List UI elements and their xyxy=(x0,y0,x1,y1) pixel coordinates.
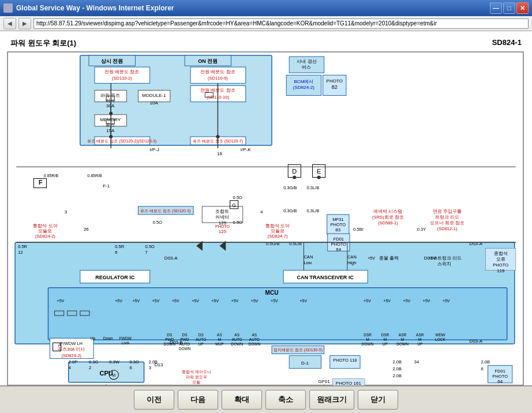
svg-text:스위치: 스위치 xyxy=(437,261,451,266)
svg-text:119: 119 xyxy=(497,268,505,273)
svg-text:+5V: +5V xyxy=(152,299,160,303)
svg-text:0.3G/B: 0.3G/B xyxy=(283,208,297,213)
close-button[interactable]: 닫기 xyxy=(358,390,398,410)
svg-text:Down: Down xyxy=(103,336,113,340)
svg-text:DSR: DSR xyxy=(381,333,389,337)
svg-text:(SD824-2): (SD824-2) xyxy=(293,85,314,90)
svg-text:LOCK: LOCK xyxy=(435,337,445,341)
svg-text:+5V: +5V xyxy=(429,256,436,260)
address-bar: ◀ ▶ xyxy=(0,16,532,31)
svg-text:0.5R: 0.5R xyxy=(18,244,27,249)
zoom-out-button[interactable]: 축소 xyxy=(265,390,306,410)
svg-text:Low: Low xyxy=(304,260,312,265)
svg-text:0.85R/B: 0.85R/B xyxy=(87,174,102,178)
svg-text:(SD589-1): (SD589-1) xyxy=(378,220,398,226)
svg-text:4: 4 xyxy=(260,209,263,215)
svg-text:3: 3 xyxy=(149,365,151,370)
svg-text:종합석: 종합석 xyxy=(494,251,508,256)
minimize-button[interactable]: — xyxy=(490,2,502,14)
svg-text:점지배분도 참조 (SD130-5): 점지배분도 참조 (SD130-5) xyxy=(274,348,323,352)
svg-text:에넥박 시스템: 에넥박 시스템 xyxy=(373,209,402,214)
bottom-toolbar: 이전 다음 확대 축소 원래크기 닫기 xyxy=(0,385,532,413)
svg-text:P/WDW LH: P/WDW LH xyxy=(61,341,83,346)
svg-text:4: 4 xyxy=(69,365,71,370)
maximize-button[interactable]: □ xyxy=(503,2,515,14)
svg-text:DOWN: DOWN xyxy=(179,347,191,351)
content-area: 파워 윈도우 회로(1) SD824-1 상시 전원 ON 전원 BCM에서 (… xyxy=(0,31,532,385)
svg-text:3: 3 xyxy=(65,209,68,215)
svg-text:2.0B: 2.0B xyxy=(392,366,401,371)
svg-text:전원 배분도 참조: 전원 배분도 참조 xyxy=(200,69,235,74)
svg-text:D-1: D-1 xyxy=(301,361,309,366)
svg-text:트렁크 리드: 트렁크 리드 xyxy=(435,215,459,220)
svg-text:+5V: +5V xyxy=(271,299,278,303)
svg-text:6: 6 xyxy=(129,365,132,370)
close-window-button[interactable]: ✕ xyxy=(516,2,529,14)
svg-text:D: D xyxy=(292,168,297,175)
svg-text:CPU: CPU xyxy=(99,370,113,377)
svg-text:AS: AS xyxy=(234,333,239,337)
svg-text:커넥터: 커넥터 xyxy=(216,215,230,220)
diagram-wrapper: 파워 윈도우 회로(1) SD824-1 상시 전원 ON 전원 BCM에서 (… xyxy=(5,36,527,381)
svg-text:F: F xyxy=(39,179,43,186)
svg-text:+5V: +5V xyxy=(383,299,391,303)
svg-point-242 xyxy=(317,175,321,179)
svg-text:26: 26 xyxy=(84,227,89,232)
svg-text:12: 12 xyxy=(18,250,23,255)
svg-text:오류: 오류 xyxy=(496,257,505,262)
svg-text:(SD110-9): (SD110-9) xyxy=(208,76,228,81)
svg-text:파워 윈도우: 파워 윈도우 xyxy=(186,375,207,379)
svg-text:10A: 10A xyxy=(150,100,159,106)
svg-text:버스: 버스 xyxy=(302,65,311,70)
svg-text:PHOTO: PHOTO xyxy=(493,262,508,268)
svg-text:83: 83 xyxy=(335,227,340,232)
back-button[interactable]: ◀ xyxy=(3,18,16,29)
url-input[interactable] xyxy=(33,18,529,29)
svg-text:DS: DS xyxy=(167,333,173,337)
svg-text:AUTO: AUTO xyxy=(232,337,242,341)
svg-text:+5V: +5V xyxy=(115,299,122,303)
prev-button[interactable]: 이전 xyxy=(134,390,174,410)
svg-text:I/P-K: I/P-K xyxy=(241,147,252,152)
svg-text:M: M xyxy=(384,337,387,341)
svg-text:DS: DS xyxy=(198,333,204,337)
zoom-in-button[interactable]: 확대 xyxy=(222,390,262,410)
svg-text:0.3G/B: 0.3G/B xyxy=(283,185,297,190)
svg-text:+5V: +5V xyxy=(231,299,239,303)
svg-text:파워 퓨즈: 파워 퓨즈 xyxy=(100,93,120,98)
svg-text:2.0B: 2.0B xyxy=(149,359,158,365)
svg-text:D03-A: D03-A xyxy=(469,339,482,344)
svg-text:+5V: +5V xyxy=(192,299,199,303)
svg-text:REGULATOR IC: REGULATOR IC xyxy=(95,275,134,280)
svg-text:0.5O: 0.5O xyxy=(145,244,155,249)
svg-text:AUTO: AUTO xyxy=(179,342,190,346)
svg-text:82: 82 xyxy=(332,84,338,90)
svg-text:M: M xyxy=(366,337,369,341)
svg-text:ASR: ASR xyxy=(416,333,424,337)
diagram-title-left: 파워 윈도우 회로(1) xyxy=(10,38,76,48)
svg-text:125: 125 xyxy=(219,229,227,234)
svg-text:WDW: WDW xyxy=(435,333,445,337)
svg-point-239 xyxy=(109,135,113,138)
svg-text:0.5O: 0.5O xyxy=(153,220,162,225)
svg-point-241 xyxy=(293,175,296,179)
svg-text:Lock: Lock xyxy=(121,341,130,345)
svg-text:DOWN: DOWN xyxy=(396,342,409,346)
svg-text:2.0B: 2.0B xyxy=(481,359,489,365)
svg-text:64: 64 xyxy=(336,247,341,252)
svg-text:PHOTO 161: PHOTO 161 xyxy=(336,381,362,385)
svg-text:연료 주입구를: 연료 주입구를 xyxy=(433,209,462,214)
svg-text:(SD110-2): (SD110-2) xyxy=(112,76,132,81)
svg-text:M: M xyxy=(218,337,221,341)
forward-button[interactable]: ▶ xyxy=(18,18,31,29)
svg-text:FD01: FD01 xyxy=(494,369,505,374)
svg-text:PHOTO: PHOTO xyxy=(327,78,343,84)
svg-text:I/P-J: I/P-J xyxy=(149,147,159,152)
svg-text:+5V: +5V xyxy=(403,299,411,303)
svg-text:UP: UP xyxy=(383,342,388,346)
svg-text:통합석 도어: 통합석 도어 xyxy=(33,223,57,228)
next-button[interactable]: 다음 xyxy=(178,390,218,410)
svg-text:CAN: CAN xyxy=(304,254,313,260)
svg-text:AS: AS xyxy=(217,333,222,337)
original-size-button[interactable]: 원래크기 xyxy=(309,390,354,410)
